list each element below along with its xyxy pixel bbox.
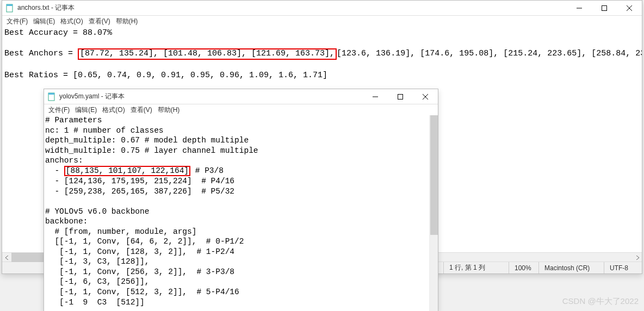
- minimize-button[interactable]: [567, 1, 592, 16]
- close-button[interactable]: [413, 89, 438, 104]
- text-line: backbone:: [45, 216, 436, 227]
- menu-file[interactable]: 文件(F): [48, 105, 70, 115]
- svg-rect-1: [7, 4, 13, 6]
- text-line: [-1, 1, Conv, [256, 3, 2]], # 3-P3/8: [45, 267, 436, 277]
- maximize-button[interactable]: [388, 89, 413, 104]
- text-line: nc: 1 # number of classes: [45, 126, 436, 136]
- text-line: - [259,238, 265,165, 387,226] # P5/32: [45, 186, 436, 197]
- menu-help[interactable]: 帮助(H): [116, 17, 138, 26]
- status-zoom: 100%: [509, 262, 538, 273]
- text-line: Best Anchors = [87.72, 135.24], [101.48,…: [4, 48, 640, 60]
- text-line: - [88,135, 101,107, 122,164] # P3/8: [45, 166, 436, 176]
- notepad-window-yolov5m: yolov5m.yaml - 记事本 文件(F) 编辑(E) 格式(O) 查看(…: [44, 89, 438, 311]
- menu-edit[interactable]: 编辑(E): [75, 105, 97, 115]
- scroll-left-button[interactable]: [2, 253, 11, 262]
- editor-content[interactable]: # Parameters nc: 1 # number of classes d…: [44, 115, 438, 311]
- text-line: anchors:: [45, 156, 436, 166]
- notepad-icon: [47, 92, 56, 101]
- text-line: depth_multiple: 0.67 # model depth multi…: [45, 135, 436, 146]
- close-button[interactable]: [617, 1, 642, 16]
- window-title: yolov5m.yaml - 记事本: [59, 92, 125, 101]
- menu-edit[interactable]: 编辑(E): [33, 17, 55, 26]
- page-watermark: CSDN @牛大了2022: [562, 296, 639, 307]
- text-line: [-1, 6, C3, [256]],: [45, 277, 436, 287]
- text-line: # YOLOv5 v6.0 backbone: [45, 207, 436, 217]
- minimize-button[interactable]: [363, 89, 388, 104]
- text-line: [-1, 3, C3, [128]],: [45, 257, 436, 267]
- vertical-scrollbar[interactable]: [429, 115, 438, 311]
- menu-format[interactable]: 格式(O): [60, 17, 83, 26]
- status-eol: Macintosh (CR): [538, 262, 604, 273]
- anchors-highlight: [87.72, 135.24], [101.48, 106.83], [121.…: [78, 48, 337, 60]
- svg-rect-9: [398, 94, 403, 99]
- svg-rect-7: [48, 93, 54, 95]
- text-line: [-1, 1, Conv, [128, 3, 2]], # 1-P2/4: [45, 247, 436, 257]
- menu-view[interactable]: 查看(V): [89, 17, 110, 26]
- status-position: 1 行, 第 1 列: [443, 262, 509, 273]
- menubar: 文件(F) 编辑(E) 格式(O) 查看(V) 帮助(H): [44, 104, 438, 115]
- notepad-icon: [5, 4, 14, 13]
- anchors-highlight: [88,135, 101,107, 122,164]: [64, 166, 190, 176]
- menu-file[interactable]: 文件(F): [7, 17, 28, 26]
- scroll-right-button[interactable]: [633, 253, 642, 262]
- text-line: # Parameters: [45, 115, 436, 126]
- text-line: Best Accuracy = 88.07%: [4, 28, 640, 38]
- text-line: [[-1, 1, Conv, [64, 6, 2, 2]], # 0-P1/2: [45, 237, 436, 247]
- maximize-button[interactable]: [592, 1, 617, 16]
- menu-view[interactable]: 查看(V): [131, 105, 152, 115]
- titlebar[interactable]: anchors.txt - 记事本: [2, 1, 642, 16]
- menu-format[interactable]: 格式(O): [102, 105, 125, 115]
- text-line: [-1, 1, Conv, [512, 3, 2]], # 5-P4/16: [45, 287, 436, 297]
- svg-rect-3: [602, 5, 607, 10]
- status-encoding: UTF-8: [604, 262, 642, 273]
- window-title: anchors.txt - 记事本: [17, 3, 75, 13]
- text-line: Best Ratios = [0.65, 0.74, 0.9, 0.91, 0.…: [4, 70, 640, 80]
- scrollbar-thumb[interactable]: [430, 115, 438, 235]
- menu-help[interactable]: 帮助(H): [158, 105, 180, 115]
- text-line: - [124,136, 175,195, 215,224] # P4/16: [45, 176, 436, 186]
- menubar: 文件(F) 编辑(E) 格式(O) 查看(V) 帮助(H): [2, 16, 642, 27]
- titlebar[interactable]: yolov5m.yaml - 记事本: [44, 89, 438, 104]
- text-line: # [from, number, module, args]: [45, 227, 436, 237]
- text-line: width_multiple: 0.75 # layer channel mul…: [45, 146, 436, 156]
- text-line: [-1 9 C3 [512]]: [45, 297, 436, 308]
